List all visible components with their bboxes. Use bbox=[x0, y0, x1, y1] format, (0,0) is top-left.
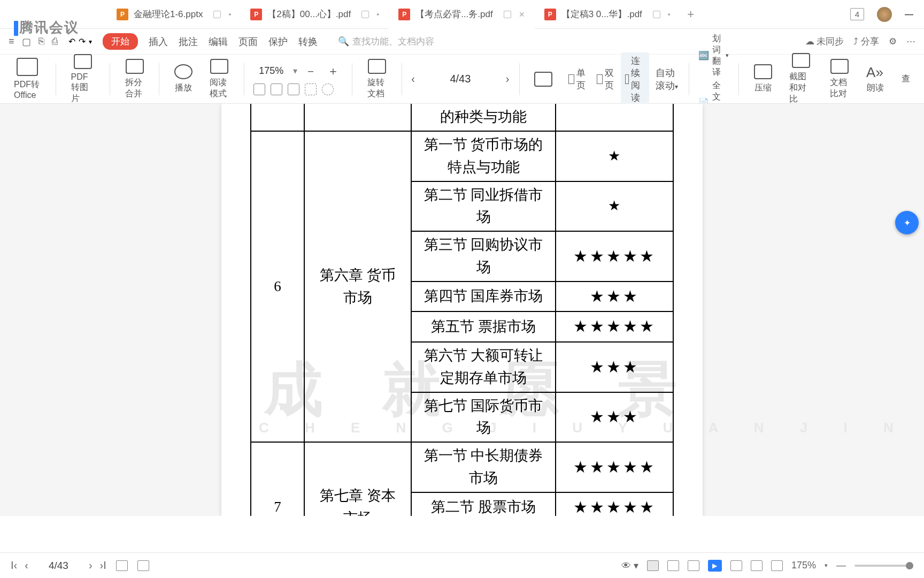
zoom-out-button[interactable]: － bbox=[302, 63, 320, 79]
status-play-button[interactable]: ▶ bbox=[708, 560, 722, 572]
ribbon-toolbar: PDF转Office PDF转图片 拆分合并 播放 阅读模式 175% ▾ － … bbox=[0, 55, 924, 104]
menu-bar: ≡ ▢ ⎘ ⎙ ↶↷▾ 开始 插入 批注 编辑 页面 保护 转换 🔍查找功能、文… bbox=[0, 29, 924, 55]
eye-icon[interactable]: 👁 ▾ bbox=[621, 560, 638, 572]
share-button[interactable]: ⤴ 分享 bbox=[853, 35, 879, 48]
status-page-indicator[interactable]: 4/43 bbox=[49, 560, 68, 572]
tool-pdf-to-office[interactable]: PDF转Office bbox=[9, 58, 46, 100]
tool-doc-compare[interactable]: 文档比对 bbox=[825, 59, 854, 100]
floating-assistant-button[interactable]: ✦ bbox=[895, 211, 919, 234]
tool-find[interactable]: 查 bbox=[896, 73, 915, 85]
tab-add[interactable]: + bbox=[680, 7, 702, 21]
tab-2-active[interactable]: P【考点必背...务.pdf✕ bbox=[389, 0, 535, 29]
tool-split-merge[interactable]: 拆分合并 bbox=[120, 59, 150, 100]
page-indicator[interactable]: 4/43 bbox=[431, 73, 490, 85]
status-tool3-icon[interactable] bbox=[771, 560, 783, 571]
menu-insert[interactable]: 插入 bbox=[149, 35, 168, 48]
tab-more-icon[interactable]: • bbox=[668, 10, 671, 19]
status-view2-icon[interactable] bbox=[667, 560, 679, 571]
tab-dup-icon[interactable] bbox=[653, 11, 660, 18]
user-avatar[interactable] bbox=[877, 7, 892, 22]
zoom-dropdown-icon[interactable]: ▾ bbox=[293, 66, 297, 76]
pdf-icon: P bbox=[544, 9, 556, 20]
auto-scroll[interactable]: 自动滚动▾ bbox=[656, 66, 679, 92]
actual-size-icon[interactable] bbox=[288, 83, 299, 95]
menu-protect[interactable]: 保护 bbox=[268, 35, 288, 48]
tool-pdf-to-image[interactable]: PDF转图片 bbox=[66, 54, 101, 104]
menu-page[interactable]: 页面 bbox=[238, 35, 258, 48]
table-row: 7 第七章 资本市场 第一节 中长期债券市场 ★★★★★ bbox=[251, 442, 673, 492]
zoom-in-button[interactable]: ＋ bbox=[324, 63, 342, 79]
open-icon[interactable]: ▢ bbox=[22, 36, 31, 48]
separator bbox=[352, 63, 352, 95]
save-icon[interactable]: ⎘ bbox=[38, 36, 44, 47]
page-next[interactable]: › bbox=[506, 73, 510, 85]
tencent-meeting-overlay: 腾讯会议 bbox=[14, 18, 79, 37]
zoom-slider[interactable] bbox=[854, 565, 913, 567]
prev-page-button[interactable]: ‹ bbox=[25, 559, 28, 572]
menu-edit[interactable]: 编辑 bbox=[209, 35, 228, 48]
content-table: 的种类与功能 6 第六章 货币市场 第一节 货币市场的特点与功能 ★ 第二节 同… bbox=[250, 104, 674, 516]
menu-convert[interactable]: 转换 bbox=[298, 35, 318, 48]
status-layout1-icon[interactable] bbox=[116, 560, 128, 571]
tab-more-icon[interactable]: • bbox=[376, 10, 379, 19]
status-tool2-icon[interactable] bbox=[751, 560, 763, 571]
status-layout2-icon[interactable] bbox=[137, 560, 149, 571]
tool-rotate-doc[interactable]: 旋转文档 bbox=[362, 59, 392, 100]
tool-screenshot-compare[interactable]: 截图和对比 bbox=[784, 53, 819, 105]
status-bar: I‹ ‹ 4/43 › ›I 👁 ▾ ▶ 175%▾ — bbox=[0, 552, 924, 578]
document-viewport[interactable]: 成 就 愿 景 C H E N G J I U Y U A N J I N G … bbox=[0, 104, 924, 516]
status-zoom-out[interactable]: — bbox=[836, 560, 846, 571]
undo-redo[interactable]: ↶↷▾ bbox=[68, 36, 92, 47]
translate-icon: 🔤 bbox=[698, 50, 709, 60]
menu-search[interactable]: 🔍查找功能、文档内容 bbox=[338, 35, 434, 48]
page-prev[interactable]: ‹ bbox=[411, 73, 415, 85]
start-tab[interactable]: 开始 bbox=[103, 33, 138, 50]
tool-play[interactable]: 播放 bbox=[169, 64, 198, 94]
tab-dup-icon[interactable] bbox=[504, 11, 511, 18]
tab-3[interactable]: P【定稿3 0...华】.pdf• bbox=[535, 0, 680, 29]
view-double-page[interactable]: 双页 bbox=[592, 65, 621, 94]
settings-icon[interactable]: ⚙ bbox=[889, 36, 897, 47]
next-page-button[interactable]: › bbox=[89, 559, 93, 572]
last-page-button[interactable]: ›I bbox=[100, 559, 106, 572]
tab-close-icon[interactable]: ✕ bbox=[519, 10, 525, 19]
fit-page-icon[interactable] bbox=[271, 83, 282, 95]
separator bbox=[519, 63, 520, 95]
status-view3-icon[interactable] bbox=[688, 560, 699, 571]
tool-read-mode[interactable]: 阅读模式 bbox=[204, 59, 234, 100]
zoom-percent[interactable]: 175% bbox=[253, 63, 289, 79]
more-icon[interactable]: ⋯ bbox=[906, 36, 915, 47]
rotate-icon[interactable] bbox=[322, 83, 334, 95]
sync-status[interactable]: ☁ 未同步 bbox=[805, 35, 844, 48]
tool-navigation[interactable] bbox=[529, 72, 558, 87]
tab-count[interactable]: 4 bbox=[850, 8, 864, 20]
share-icon: ⤴ bbox=[853, 36, 858, 47]
tab-1[interactable]: P【2稿】00...心】.pdf• bbox=[241, 0, 389, 29]
menu-toggle-icon[interactable]: ≡ bbox=[9, 36, 14, 47]
status-view1-icon[interactable] bbox=[647, 560, 659, 571]
crop-icon[interactable] bbox=[305, 83, 317, 95]
tool-word-translate[interactable]: 🔤划词翻译▾ bbox=[698, 33, 729, 78]
separator bbox=[402, 63, 402, 95]
tool-compress[interactable]: 压缩 bbox=[749, 64, 777, 94]
tab-dup-icon[interactable] bbox=[361, 11, 369, 18]
view-single-page[interactable]: 单页 bbox=[564, 65, 592, 94]
separator bbox=[689, 63, 689, 95]
print-icon[interactable]: ⎙ bbox=[52, 36, 58, 47]
pdf-icon: P bbox=[398, 9, 410, 20]
view-continuous[interactable]: 连续阅读 bbox=[621, 52, 649, 106]
first-page-button[interactable]: I‹ bbox=[11, 559, 17, 572]
status-tool1-icon[interactable] bbox=[730, 560, 742, 571]
tool-read-aloud[interactable]: A»朗读 bbox=[861, 64, 890, 94]
tab-bar: P金融理论1-6.pptx• P【2稿】00...心】.pdf• P【考点必背.… bbox=[0, 0, 924, 29]
fit-width-icon[interactable] bbox=[253, 83, 265, 95]
tab-0[interactable]: P金融理论1-6.pptx• bbox=[107, 0, 241, 29]
separator bbox=[159, 63, 159, 95]
tab-dup-icon[interactable] bbox=[213, 11, 221, 18]
status-zoom-label: 175% bbox=[791, 560, 816, 571]
tab-more-icon[interactable]: • bbox=[228, 10, 231, 19]
window-minimize[interactable]: — bbox=[905, 10, 913, 19]
separator bbox=[110, 63, 110, 95]
menu-annotate[interactable]: 批注 bbox=[179, 35, 198, 48]
pdf-page: 成 就 愿 景 C H E N G J I U Y U A N J I N G … bbox=[221, 104, 703, 516]
